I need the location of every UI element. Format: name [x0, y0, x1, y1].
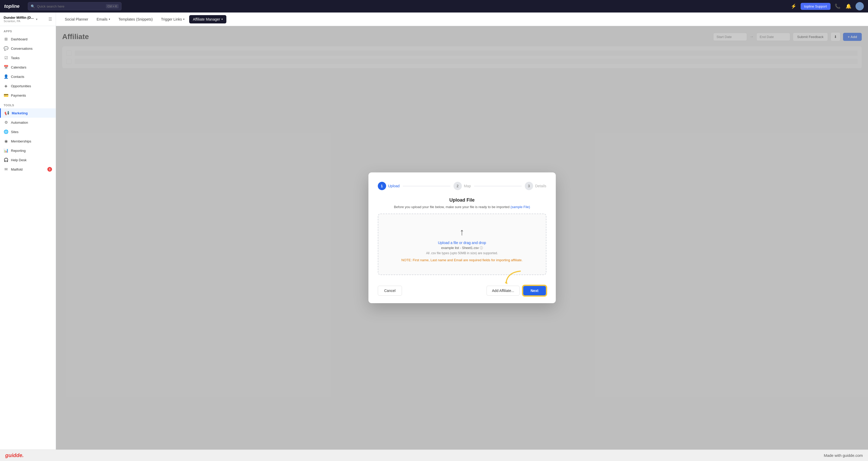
upload-file-title: Upload File	[378, 197, 547, 203]
apps-section-label: Apps	[0, 26, 56, 34]
lightning-icon[interactable]: ⚡	[790, 2, 798, 10]
chevron-down-icon: ▾	[36, 18, 37, 21]
stepper: 1 Upload 2 Map 3 Details	[378, 182, 547, 190]
step-1-circle: 1	[378, 182, 386, 190]
sites-icon: 🌐	[4, 129, 8, 134]
mailfold-icon: ✉	[4, 167, 8, 172]
step-line-1	[403, 186, 451, 186]
sidebar-item-payments[interactable]: 💳 Payments	[0, 91, 56, 100]
sidebar-header[interactable]: Dunder Mifflin (D... Scranton, PA ▾ ☰	[0, 12, 56, 26]
made-with-text: Made with guidde.com	[824, 453, 863, 458]
bell-icon[interactable]: 🔔	[845, 2, 852, 10]
sidebar-item-label: Contacts	[11, 75, 24, 79]
search-icon: 🔍	[31, 4, 35, 8]
trigger-links-chevron-icon: ▾	[183, 18, 184, 21]
sidebar-item-label: Opportunities	[11, 84, 31, 88]
org-name: Dunder Mifflin (D...	[4, 16, 34, 20]
upload-dropzone[interactable]: ↑ Upload a file or drag and drop example…	[378, 213, 547, 275]
org-sub: Scranton, PA	[4, 20, 34, 23]
sidebar: Dunder Mifflin (D... Scranton, PA ▾ ☰ Ap…	[0, 12, 56, 450]
sidebar-toggle-icon[interactable]: ☰	[49, 17, 52, 22]
tools-section-label: Tools	[0, 100, 56, 108]
sidebar-item-conversations[interactable]: 💬 Conversations	[0, 44, 56, 53]
calendars-icon: 📅	[4, 65, 8, 69]
topbar-search-container[interactable]: 🔍 Ctrl + K	[28, 2, 122, 10]
sidebar-item-marketing[interactable]: 📢 Marketing	[0, 108, 56, 118]
sidebar-item-label: Marketing	[12, 111, 28, 115]
support-button[interactable]: topline Support	[801, 3, 831, 10]
sidebar-item-tasks[interactable]: ☑ Tasks	[0, 53, 56, 62]
phone-icon[interactable]: 📞	[834, 2, 841, 10]
sidebar-item-label: Mailfold	[11, 168, 23, 171]
marketing-icon: 📢	[4, 111, 9, 115]
payments-icon: 💳	[4, 93, 8, 98]
step-3: 3 Details	[525, 182, 547, 190]
next-button[interactable]: Next	[523, 285, 546, 296]
step-3-circle: 3	[525, 182, 533, 190]
sidebar-item-label: Automation	[11, 121, 28, 124]
step-1-label: Upload	[388, 184, 400, 188]
opportunities-icon: ◈	[4, 84, 8, 88]
step-2-label: Map	[464, 184, 471, 188]
dashboard-icon: ⊞	[4, 37, 8, 41]
upload-link[interactable]: Upload a file or drag and drop	[384, 241, 540, 245]
sidebar-item-label: Reporting	[11, 149, 26, 153]
svg-marker-0	[505, 281, 507, 284]
affiliate-manager-chevron-icon: ▾	[221, 18, 223, 21]
add-affiliate-button[interactable]: Add Affiliate...	[487, 286, 520, 296]
sidebar-item-label: Calendars	[11, 65, 26, 69]
subnav-item-social-planner[interactable]: Social Planner	[61, 15, 92, 24]
search-shortcut: Ctrl + K	[106, 4, 119, 8]
info-icon: ⓘ	[480, 246, 483, 250]
subnav-item-emails[interactable]: Emails ▾	[93, 15, 114, 24]
step-2: 2 Map	[454, 182, 471, 190]
sidebar-item-dashboard[interactable]: ⊞ Dashboard	[0, 34, 56, 44]
contacts-icon: 👤	[4, 74, 8, 79]
subnav: Social Planner Emails ▾ Templates (Snipp…	[56, 12, 868, 26]
sidebar-item-label: Memberships	[11, 139, 31, 143]
upload-warning: NOTE: First name, Last name and Email ar…	[384, 258, 540, 262]
upload-icon: ↑	[384, 227, 540, 237]
sidebar-item-helpdesk[interactable]: 🎧 Help Desk	[0, 155, 56, 165]
sidebar-item-automation[interactable]: ⚙ Automation	[0, 118, 56, 127]
tasks-icon: ☑	[4, 56, 8, 60]
subnav-item-affiliate-manager[interactable]: Affiliate Manager ▾	[189, 15, 226, 24]
sidebar-item-label: Sites	[11, 130, 19, 134]
sidebar-item-opportunities[interactable]: ◈ Opportunities	[0, 81, 56, 91]
upload-filename: example list - Sheet1.csv ⓘ	[384, 246, 540, 250]
search-input[interactable]	[37, 4, 104, 8]
sidebar-item-label: Payments	[11, 93, 26, 97]
main-content: Affiliate → Submit Feedback ⬇ + Add	[56, 26, 868, 450]
sidebar-item-calendars[interactable]: 📅 Calendars	[0, 62, 56, 72]
reporting-icon: 📊	[4, 148, 8, 153]
subnav-item-trigger-links[interactable]: Trigger Links ▾	[157, 15, 188, 24]
memberships-icon: ◉	[4, 139, 8, 144]
guidde-logo: guidde.	[5, 453, 24, 458]
sidebar-item-label: Conversations	[11, 47, 33, 51]
sidebar-item-memberships[interactable]: ◉ Memberships	[0, 137, 56, 146]
mailfold-badge: 8	[48, 167, 52, 172]
topbar: topline 🔍 Ctrl + K ⚡ topline Support 📞 🔔	[0, 0, 868, 12]
sidebar-item-label: Help Desk	[11, 158, 27, 162]
emails-chevron-icon: ▾	[109, 18, 110, 21]
helpdesk-icon: 🎧	[4, 157, 8, 162]
subnav-item-templates[interactable]: Templates (Snippets)	[115, 15, 156, 24]
modal-overlay: 1 Upload 2 Map 3 Details	[56, 26, 868, 450]
step-2-circle: 2	[454, 182, 462, 190]
sidebar-item-label: Tasks	[11, 56, 20, 60]
step-line-2	[474, 186, 522, 186]
main-area: Affiliate → Submit Feedback ⬇ + Add	[56, 26, 868, 450]
sidebar-item-sites[interactable]: 🌐 Sites	[0, 127, 56, 137]
sidebar-item-mailfold[interactable]: ✉ Mailfold 8	[0, 165, 56, 174]
modal-footer-right: Add Affiliate... Next	[487, 285, 547, 296]
sidebar-item-reporting[interactable]: 📊 Reporting	[0, 146, 56, 155]
cancel-button[interactable]: Cancel	[378, 286, 402, 296]
modal-footer: Cancel Add Affiliate... Next	[378, 281, 547, 296]
conversations-icon: 💬	[4, 46, 8, 51]
sample-file-link[interactable]: (sample File)	[510, 205, 530, 209]
sidebar-item-label: Dashboard	[11, 37, 28, 41]
step-1: 1 Upload	[378, 182, 400, 190]
sidebar-item-contacts[interactable]: 👤 Contacts	[0, 72, 56, 81]
topbar-logo: topline	[4, 4, 20, 9]
avatar[interactable]	[856, 2, 864, 10]
